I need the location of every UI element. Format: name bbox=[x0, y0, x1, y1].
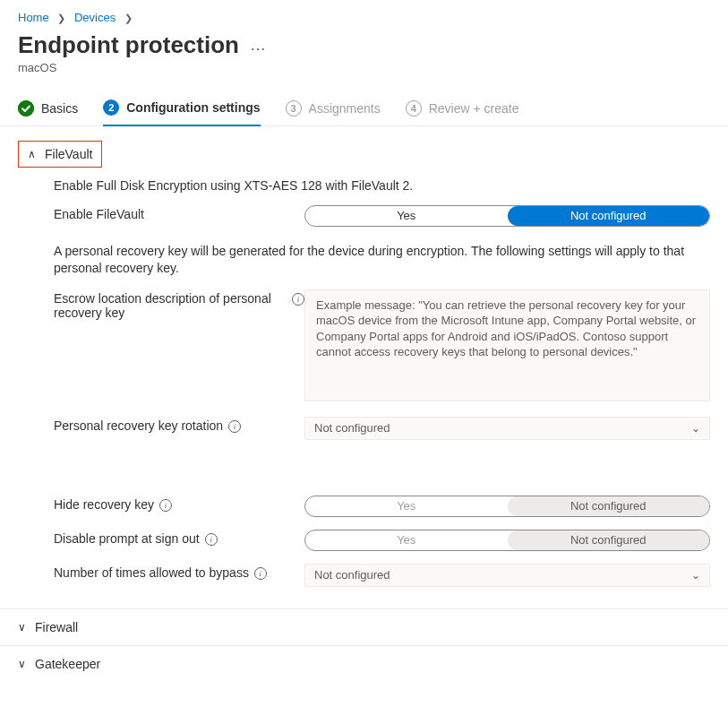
section-label: FileVault bbox=[45, 147, 92, 161]
breadcrumb-home[interactable]: Home bbox=[18, 11, 49, 24]
key-rotation-dropdown[interactable]: Not configured ⌄ bbox=[304, 417, 710, 440]
info-icon[interactable]: i bbox=[205, 533, 218, 546]
step-number-icon: 3 bbox=[286, 100, 302, 116]
step-label: Configuration settings bbox=[126, 100, 260, 115]
toggle-option-yes[interactable]: Yes bbox=[305, 206, 508, 226]
section-filevault-body: Enable Full Disk Encryption using XTS-AE… bbox=[18, 168, 710, 608]
toggle-option-not-configured[interactable]: Not configured bbox=[508, 530, 710, 550]
toggle-option-not-configured[interactable]: Not configured bbox=[508, 206, 710, 226]
escrow-description-label: Escrow location description of personal … bbox=[54, 289, 304, 320]
breadcrumb-devices[interactable]: Devices bbox=[74, 11, 116, 24]
step-review-create[interactable]: 4 Review + create bbox=[406, 99, 519, 125]
chevron-right-icon: ❯ bbox=[57, 13, 65, 23]
toggle-option-not-configured[interactable]: Not configured bbox=[508, 496, 710, 516]
info-icon[interactable]: i bbox=[159, 499, 172, 512]
bypass-count-dropdown[interactable]: Not configured ⌄ bbox=[304, 564, 710, 587]
chevron-right-icon: ❯ bbox=[124, 13, 133, 23]
chevron-down-icon: ∨ bbox=[18, 658, 26, 670]
chevron-down-icon: ∨ bbox=[18, 621, 26, 634]
page-subtitle: macOS bbox=[0, 59, 728, 92]
step-label: Review + create bbox=[429, 101, 519, 116]
key-rotation-label: Personal recovery key rotation i bbox=[54, 417, 304, 433]
enable-filevault-toggle[interactable]: Yes Not configured bbox=[304, 205, 710, 227]
step-configuration-settings[interactable]: 2 Configuration settings bbox=[103, 99, 260, 126]
toggle-option-yes[interactable]: Yes bbox=[305, 530, 508, 550]
step-assignments[interactable]: 3 Assignments bbox=[286, 99, 381, 125]
chevron-up-icon: ∧ bbox=[28, 148, 36, 160]
hide-recovery-key-toggle[interactable]: Yes Not configured bbox=[304, 496, 710, 517]
dropdown-value: Not configured bbox=[314, 421, 390, 435]
chevron-down-icon: ⌄ bbox=[691, 569, 700, 582]
step-label: Basics bbox=[41, 101, 78, 116]
step-basics[interactable]: Basics bbox=[18, 99, 78, 125]
step-number-icon: 2 bbox=[103, 99, 119, 116]
page-title: Endpoint protection bbox=[18, 31, 239, 59]
escrow-description-input[interactable] bbox=[304, 289, 710, 401]
bypass-count-label: Number of times allowed to bypass i bbox=[54, 564, 304, 580]
section-label: Firewall bbox=[35, 620, 78, 634]
enable-filevault-label: Enable FileVault bbox=[54, 205, 304, 221]
filevault-intro-text: Enable Full Disk Encryption using XTS-AE… bbox=[54, 178, 710, 193]
wizard-steps: Basics 2 Configuration settings 3 Assign… bbox=[0, 92, 728, 126]
hide-recovery-key-label: Hide recovery key i bbox=[54, 496, 304, 512]
info-icon[interactable]: i bbox=[254, 567, 267, 580]
check-circle-icon bbox=[18, 100, 34, 116]
breadcrumb: Home ❯ Devices ❯ bbox=[0, 0, 728, 28]
section-label: Gatekeeper bbox=[35, 657, 100, 671]
step-number-icon: 4 bbox=[406, 100, 422, 116]
step-label: Assignments bbox=[309, 101, 381, 116]
svg-point-0 bbox=[18, 100, 34, 116]
chevron-down-icon: ⌄ bbox=[691, 422, 700, 435]
info-icon[interactable]: i bbox=[292, 293, 304, 306]
section-firewall-header[interactable]: ∨ Firewall bbox=[0, 608, 728, 645]
info-icon[interactable]: i bbox=[228, 420, 241, 433]
section-gatekeeper-header[interactable]: ∨ Gatekeeper bbox=[0, 645, 728, 682]
disable-prompt-toggle[interactable]: Yes Not configured bbox=[304, 530, 710, 551]
section-filevault-header[interactable]: ∧ FileVault bbox=[18, 141, 102, 168]
disable-prompt-label: Disable prompt at sign out i bbox=[54, 530, 304, 546]
more-actions-button[interactable]: … bbox=[250, 36, 267, 55]
recovery-key-description: A personal recovery key will be generate… bbox=[54, 243, 710, 277]
dropdown-value: Not configured bbox=[314, 568, 390, 582]
toggle-option-yes[interactable]: Yes bbox=[305, 496, 508, 516]
